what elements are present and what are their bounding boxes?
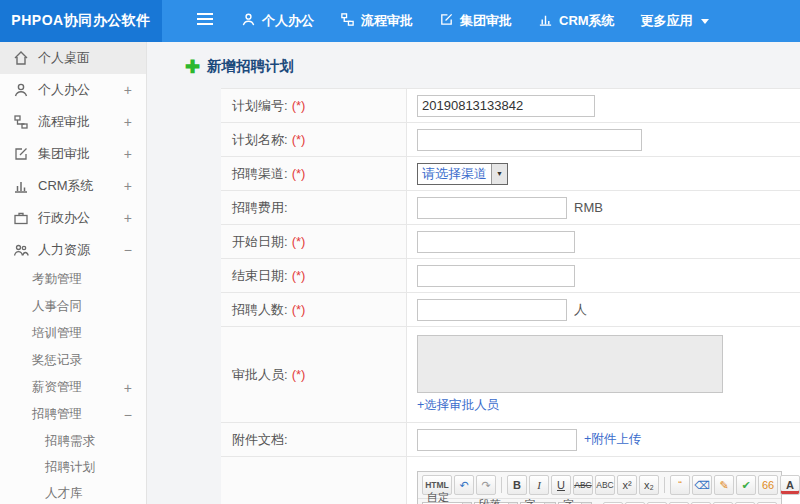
sidebar-item-personal-office[interactable]: 个人办公 + xyxy=(0,74,146,106)
italic-button[interactable]: I xyxy=(529,475,549,495)
blockquote-button[interactable]: “ xyxy=(670,475,690,495)
form-row-editor: HTML ↶ ↷ B I U ABC ABC x² x₂ “ xyxy=(221,457,800,504)
start-date-input[interactable] xyxy=(417,231,575,253)
select-label: 字号 xyxy=(563,497,578,504)
phpoa-app: PHPOA协同办公软件 个人办公 流程审批 xyxy=(0,0,800,504)
nav-item-group-approval[interactable]: 集团审批 xyxy=(426,0,525,42)
sidebar-item-recruit-plan[interactable]: 招聘计划 xyxy=(0,454,146,480)
collapse-indicator[interactable]: − xyxy=(124,243,132,257)
field-label: 开始日期: (*) xyxy=(221,225,407,258)
font-color-button[interactable]: A xyxy=(780,475,800,495)
field-cell: +附件上传 xyxy=(407,423,800,456)
select-label: 字体 xyxy=(525,497,542,504)
required-mark: (*) xyxy=(292,166,306,181)
sidebar-item-recruit-demand[interactable]: 招聘需求 xyxy=(0,428,146,454)
required-mark: (*) xyxy=(292,132,306,147)
format-brush-button[interactable]: ✎ xyxy=(714,475,734,495)
expand-indicator[interactable]: + xyxy=(124,147,132,161)
fee-input[interactable] xyxy=(417,197,567,219)
sidebar-item-workflow-approval[interactable]: 流程审批 + xyxy=(0,106,146,138)
required-mark: (*) xyxy=(292,302,306,317)
sidebar-item-personal-desktop[interactable]: 个人桌面 xyxy=(0,42,146,74)
plan-no-input[interactable] xyxy=(417,95,595,117)
sidebar-item-label: 流程审批 xyxy=(38,113,90,131)
field-label xyxy=(221,457,407,504)
briefcase-icon xyxy=(13,210,29,226)
choose-approver-link[interactable]: +选择审批人员 xyxy=(417,397,499,414)
sidebar-item-crm-system[interactable]: CRM系统 + xyxy=(0,170,146,202)
sidebar-item-talent-pool[interactable]: 人才库 xyxy=(0,480,146,504)
editor-toolbar-row-2: 自定义标题 ▼ 段落格式 ▼ 字体 ▼ xyxy=(418,498,781,504)
home-icon xyxy=(13,50,29,66)
approver-textarea[interactable] xyxy=(417,335,723,393)
select-label: 段落格式 xyxy=(479,497,505,504)
sidebar-item-admin-office[interactable]: 行政办公 + xyxy=(0,202,146,234)
label-text: 开始日期: xyxy=(232,233,288,251)
sidebar-subitem-label: 考勤管理 xyxy=(32,271,82,288)
fee-unit-label: RMB xyxy=(574,200,603,215)
quote-button[interactable]: 66 xyxy=(758,475,778,495)
end-date-input[interactable] xyxy=(417,265,575,287)
sidebar-item-group-approval[interactable]: 集团审批 + xyxy=(0,138,146,170)
field-label: 计划名称: (*) xyxy=(221,123,407,156)
main-content: ✚ 新增招聘计划 计划编号: (*) 计划名称: (*) xyxy=(147,42,800,504)
eraser-button[interactable]: ⌫ xyxy=(692,475,712,495)
sidebar-item-reward-punishment[interactable]: 奖惩记录 xyxy=(0,347,146,374)
form-row-headcount: 招聘人数: (*) 人 xyxy=(221,293,800,327)
expand-indicator[interactable]: + xyxy=(124,83,132,97)
chevron-down-icon xyxy=(701,19,709,24)
editor-toolbar-row-1: HTML ↶ ↷ B I U ABC ABC x² x₂ “ xyxy=(418,472,781,498)
nav-item-personal-office[interactable]: 个人办公 xyxy=(228,0,327,42)
nav-item-more-apps[interactable]: 更多应用 xyxy=(628,0,722,42)
subscript-button[interactable]: x₂ xyxy=(639,475,659,495)
sidebar-item-salary-mgmt[interactable]: 薪资管理 + xyxy=(0,374,146,401)
label-text: 结束日期: xyxy=(232,267,288,285)
field-label: 计划编号: (*) xyxy=(221,89,407,122)
plan-name-input[interactable] xyxy=(417,129,642,151)
people-icon xyxy=(13,242,29,258)
sidebar-item-attendance-mgmt[interactable]: 考勤管理 xyxy=(0,266,146,293)
spellcheck-button[interactable]: ABC xyxy=(595,475,615,495)
menu-toggle-button[interactable] xyxy=(188,0,222,42)
page-title-text: 新增招聘计划 xyxy=(207,57,294,76)
nav-item-workflow-approval[interactable]: 流程审批 xyxy=(327,0,426,42)
superscript-button[interactable]: x² xyxy=(617,475,637,495)
workflow-icon xyxy=(340,12,355,30)
headcount-input[interactable] xyxy=(417,299,567,321)
bold-button[interactable]: B xyxy=(507,475,527,495)
strikethrough-button[interactable]: ABC xyxy=(573,475,593,495)
toolbar-divider xyxy=(501,477,502,493)
sidebar-item-human-resources[interactable]: 人力资源 − xyxy=(0,234,146,266)
bar-chart-icon xyxy=(13,178,29,194)
redo-button[interactable]: ↷ xyxy=(476,475,496,495)
field-cell: RMB xyxy=(407,191,800,224)
sidebar-subitem-label: 奖惩记录 xyxy=(32,352,82,369)
app-logo: PHPOA协同办公软件 xyxy=(0,0,162,42)
field-label: 招聘费用: xyxy=(221,191,407,224)
sidebar-subitem-label: 人才库 xyxy=(45,485,83,502)
expand-indicator[interactable]: + xyxy=(124,179,132,193)
label-text: 计划编号: xyxy=(232,97,288,115)
channel-selected-value: 请选择渠道 xyxy=(418,165,491,183)
underline-button[interactable]: U xyxy=(551,475,571,495)
collapse-indicator[interactable]: − xyxy=(124,408,132,422)
sidebar-item-personnel-contract[interactable]: 人事合同 xyxy=(0,293,146,320)
sidebar-item-recruit-mgmt[interactable]: 招聘管理 − xyxy=(0,401,146,428)
expand-indicator[interactable]: + xyxy=(124,381,132,395)
attachment-upload-link[interactable]: +附件上传 xyxy=(584,431,641,448)
channel-select[interactable]: 请选择渠道 ▼ xyxy=(417,163,508,185)
sidebar-item-label: 个人桌面 xyxy=(38,49,90,67)
check-button[interactable]: ✔ xyxy=(736,475,756,495)
nav-label: 个人办公 xyxy=(262,12,314,30)
expand-indicator[interactable]: + xyxy=(124,115,132,129)
sidebar: 个人桌面 个人办公 + 流程审批 + 集团审批 + xyxy=(0,42,147,504)
form-row-start-date: 开始日期: (*) xyxy=(221,225,800,259)
sidebar-subitem-label: 招聘需求 xyxy=(45,433,95,450)
attachment-input[interactable] xyxy=(417,429,577,451)
sidebar-item-training-mgmt[interactable]: 培训管理 xyxy=(0,320,146,347)
field-label: 招聘人数: (*) xyxy=(221,293,407,326)
nav-item-crm-system[interactable]: CRM系统 xyxy=(525,0,628,42)
sidebar-item-label: 行政办公 xyxy=(38,209,90,227)
nav-label: 流程审批 xyxy=(361,12,413,30)
expand-indicator[interactable]: + xyxy=(124,211,132,225)
